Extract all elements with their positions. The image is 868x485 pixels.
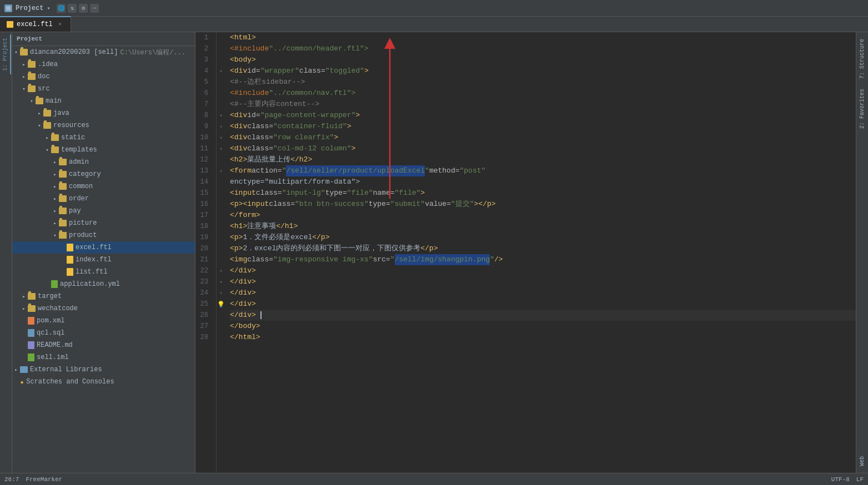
- tree-item-picture[interactable]: picture: [12, 217, 195, 229]
- line-number-18: 18: [195, 221, 212, 232]
- tree-item-src[interactable]: src: [12, 83, 195, 95]
- file-icon: [67, 268, 73, 276]
- tree-item-excel-ftl-file[interactable]: excel.ftl: [12, 241, 195, 254]
- tree-item-common[interactable]: common: [12, 180, 195, 193]
- line-number-4: 4: [195, 65, 212, 77]
- tree-item-templates[interactable]: templates: [12, 144, 195, 156]
- status-language: FreeMarker: [26, 476, 62, 483]
- gear-button[interactable]: ⚙: [79, 4, 88, 13]
- tree-label: picture: [69, 219, 97, 227]
- line-number-2: 2: [195, 43, 212, 54]
- tree-item-list-ftl-file[interactable]: list.ftl: [12, 266, 195, 278]
- tree-item-idea[interactable]: .idea: [12, 58, 195, 70]
- tree-item-qcl-sql[interactable]: qcl.sql: [12, 327, 195, 339]
- tree-arrow: [20, 329, 28, 337]
- favorites-tab[interactable]: 2: Favorites: [857, 84, 867, 133]
- line-number-26: 26: [195, 310, 212, 321]
- tree-item-index-ftl-file[interactable]: index.ftl: [12, 254, 195, 266]
- line-number-9: 9: [195, 121, 212, 132]
- tree-arrow: [36, 109, 43, 117]
- right-tool-strip: 7: Structure 2: Favorites Web: [856, 32, 868, 473]
- split-button[interactable]: ⇅: [68, 4, 77, 13]
- sidebar-tree[interactable]: diancan20200203 [sell] C:\Users\编程/....i…: [12, 46, 195, 473]
- tree-item-product[interactable]: product: [12, 229, 195, 241]
- tree-arrow: [20, 60, 28, 68]
- line-number-22: 22: [195, 265, 212, 276]
- sidebar: Project diancan20200203 [sell] C:\Users\…: [12, 32, 195, 473]
- folder-icon: [28, 85, 36, 92]
- title-bar: Project ▾ 🌐 ⇅ ⚙ —: [0, 0, 868, 17]
- code-line-16: <p><input class="btn btn-success" type="…: [230, 199, 856, 210]
- folder-icon: [59, 183, 67, 190]
- structure-tab[interactable]: 7: Structure: [857, 34, 867, 83]
- code-line-28: </html>: [230, 332, 856, 343]
- tree-item-order[interactable]: order: [12, 193, 195, 205]
- main-content: 1: Project Project diancan20200203 [sell…: [0, 32, 868, 473]
- tab-excel-ftl[interactable]: excel.ftl ×: [0, 16, 71, 32]
- gutter-item-13: ▾: [217, 165, 225, 176]
- gutter-item-14: [217, 176, 225, 188]
- line-number-10: 10: [195, 132, 212, 143]
- gutter-item-3: [217, 54, 225, 65]
- tree-item-doc[interactable]: doc: [12, 70, 195, 83]
- tree-label: admin: [69, 158, 89, 166]
- tree-item-admin[interactable]: admin: [12, 156, 195, 168]
- code-line-20: <p>2．excel内容的列必须和下图一一对应，下图仅供参考</p>: [230, 243, 856, 254]
- tree-label: External Libraries: [30, 366, 102, 373]
- project-tool-tab[interactable]: 1: Project: [1, 34, 11, 74]
- line-number-3: 3: [195, 54, 212, 65]
- tree-label: templates: [61, 146, 97, 154]
- folder-icon: [59, 208, 67, 214]
- code-line-19: <p>1．文件必须是excel</p>: [230, 232, 856, 243]
- code-editor[interactable]: <html> <#include "../common/header.ftl">…: [225, 32, 856, 473]
- tree-arrow: [12, 378, 20, 386]
- gutter-item-1: [217, 32, 225, 43]
- line-numbers: 1234567891011121314151617181920212223242…: [195, 32, 217, 473]
- tab-bar: excel.ftl ×: [0, 17, 868, 32]
- tree-item-application-yml[interactable]: application.yml: [12, 278, 195, 290]
- tab-close-icon[interactable]: ×: [56, 21, 64, 28]
- tree-arrow: [20, 317, 28, 325]
- folder-icon: [59, 232, 67, 239]
- title-bar-project: Project: [16, 4, 43, 12]
- tree-label: excel.ftl: [76, 244, 112, 251]
- close-button[interactable]: —: [90, 4, 99, 13]
- gutter-item-16: [217, 199, 225, 210]
- line-number-24: 24: [195, 287, 212, 299]
- code-line-12: <h2>菜品批量上传</h2>: [230, 154, 856, 165]
- tree-item-resources[interactable]: resources: [12, 119, 195, 132]
- folder-icon: [28, 73, 36, 80]
- tree-item-readme-md[interactable]: README.md: [12, 339, 195, 351]
- tree-arrow: [51, 183, 59, 190]
- code-line-23: </div>: [230, 276, 856, 287]
- line-number-15: 15: [195, 188, 212, 199]
- file-icon: [67, 244, 73, 251]
- globe-button[interactable]: 🌐: [57, 4, 66, 13]
- tree-item-java[interactable]: java: [12, 107, 195, 119]
- tree-item-scratches[interactable]: ★Scratches and Consoles: [12, 376, 195, 388]
- tree-item-category[interactable]: category: [12, 168, 195, 180]
- gutter-item-25: 💡: [217, 299, 225, 310]
- tree-arrow: [20, 85, 28, 93]
- tree-item-main[interactable]: main: [12, 95, 195, 107]
- web-tab[interactable]: Web: [857, 452, 867, 471]
- code-line-27: </body>: [230, 321, 856, 332]
- tree-item-external-libs[interactable]: External Libraries: [12, 363, 195, 376]
- tree-label: README.md: [37, 341, 73, 349]
- tree-label: .idea: [38, 60, 58, 68]
- folder-icon: [28, 305, 36, 312]
- tree-label: resources: [53, 122, 89, 129]
- tree-item-target[interactable]: target: [12, 290, 195, 302]
- tree-item-root[interactable]: diancan20200203 [sell] C:\Users\编程/...: [12, 46, 195, 58]
- tree-item-wechatcode[interactable]: wechatcode: [12, 302, 195, 315]
- left-tool-strip: 1: Project: [0, 32, 12, 473]
- tree-item-static[interactable]: static: [12, 132, 195, 144]
- tree-arrow: [20, 73, 28, 80]
- tree-arrow: [20, 292, 28, 300]
- tree-item-pom-xml[interactable]: pom.xml: [12, 315, 195, 327]
- tree-item-sell-iml[interactable]: sell.iml: [12, 351, 195, 363]
- tree-item-pay[interactable]: pay: [12, 205, 195, 217]
- status-line-ending: LF: [856, 476, 864, 483]
- tree-label: category: [69, 170, 101, 178]
- tree-label: java: [53, 109, 69, 117]
